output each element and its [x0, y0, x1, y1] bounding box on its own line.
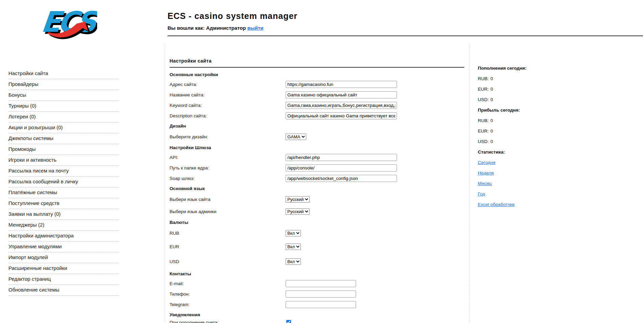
stats-link-year[interactable]: Год — [478, 191, 485, 197]
profit-usd-label: USD: — [478, 139, 489, 144]
notify-on-deposit-checkbox[interactable] — [286, 320, 291, 323]
admin-language-select[interactable]: Русский — [286, 208, 310, 215]
deposit-usd-label: USD: — [478, 97, 489, 102]
sidebar-item[interactable]: Турниры (0) — [8, 101, 119, 112]
site-keywords[interactable] — [286, 102, 397, 109]
deposit-usd: USD: 0 — [478, 94, 573, 105]
ecs-logo[interactable]: ECS ECS — [38, 4, 97, 43]
field-label: Название сайта: — [170, 92, 204, 97]
stats-link-excel[interactable]: Excel обработчик — [478, 202, 515, 207]
deposit-eur-label: EUR: — [478, 87, 489, 92]
form-row: При пополнение счета: — [170, 319, 464, 323]
admin-page: ECS ECS ECS - casino system manager Вы в… — [0, 0, 644, 323]
section-header: Настройки Шлюза — [170, 143, 464, 152]
sidebar-item[interactable]: Расширенные настройки — [8, 263, 119, 274]
logout-link[interactable]: выйти — [247, 25, 264, 31]
field-label: API: — [170, 155, 178, 160]
sidebar-item[interactable]: Провайдеры — [8, 79, 119, 90]
sidebar-item[interactable]: Настройки администратора — [8, 231, 119, 241]
form-row: EURВкл — [170, 239, 464, 254]
field-label: USD — [170, 259, 179, 264]
form-row: Название сайта: — [170, 90, 464, 100]
phone-field[interactable] — [286, 291, 356, 298]
site-language-select[interactable]: Русский — [286, 196, 310, 203]
form-row: API: — [170, 152, 464, 163]
form-row: Description сайта: — [170, 111, 464, 121]
sidebar-item[interactable]: Импорт модулей — [8, 252, 119, 263]
header-divider — [168, 36, 643, 36]
soap-gateway[interactable] — [286, 175, 397, 182]
sidebar-item[interactable]: Рассылка писем на почту — [8, 166, 119, 177]
field-label: Телефон: — [170, 292, 190, 297]
deposit-eur: EUR: 0 — [478, 84, 573, 94]
sidebar-menu: Настройки сайтаПровайдерыБонусыТурниры (… — [8, 68, 119, 296]
site-name[interactable] — [286, 91, 397, 98]
field-label: Выбери язык сайта — [170, 197, 210, 202]
sidebar-item[interactable]: Бонусы — [8, 90, 119, 101]
sidebar-item[interactable]: Управление модулями — [8, 241, 119, 252]
sidebar-item[interactable]: Рассылка сообщений в личку — [8, 177, 119, 187]
section-header: Основной язык — [170, 184, 464, 193]
section-header: Дизайн — [170, 121, 464, 131]
email-field[interactable] — [286, 280, 356, 287]
form-row: RUBВкл — [170, 227, 464, 239]
currency-eur-select[interactable]: Вкл — [286, 244, 301, 250]
profit-eur-label: EUR: — [478, 129, 489, 134]
login-status-text: Вы вошли как: Администратор — [168, 25, 246, 31]
section-header: Основные настройки — [170, 70, 464, 79]
design-select[interactable]: GAMA — [286, 134, 306, 140]
form-row: Путь к папке ядра: — [170, 163, 464, 173]
form-row: USDВкл — [170, 254, 464, 269]
statistics-header: Статистика: — [478, 147, 573, 157]
currency-rub-select[interactable]: Вкл — [286, 230, 301, 236]
ecs-logo-image: ECS ECS — [38, 4, 97, 43]
page-title: Настройки сайта — [170, 58, 464, 64]
stats-link-today[interactable]: Сегодня — [478, 160, 495, 165]
sidebar-item[interactable]: Платёжные системы — [8, 187, 119, 198]
form-row: Выберите дизайн:GAMA — [170, 131, 464, 143]
stats-link-month[interactable]: Месяц — [478, 181, 492, 186]
sidebar-item[interactable]: Игроки и активность — [8, 155, 119, 166]
profit-eur: EUR: 0 — [478, 126, 573, 136]
field-label: Description сайта: — [170, 113, 207, 118]
form-row: Telegram: — [170, 299, 464, 310]
sidebar-item[interactable]: Обновление системы — [8, 285, 119, 296]
form-row: E-mail: — [170, 278, 464, 289]
form-row: Выбери язык админкиРусский — [170, 205, 464, 217]
field-label: RUB — [170, 231, 179, 236]
sidebar-item[interactable]: Настройки сайта — [8, 68, 119, 79]
sidebar-item[interactable]: Менеджеры (2) — [8, 220, 119, 231]
form-row: Soap шлюз: — [170, 173, 464, 184]
settings-form: Основные настройкиАдрес сайта:Название с… — [170, 70, 464, 323]
stats-panel: Пополнения сегодня: RUB: 0 EUR: 0 USD: 0… — [478, 63, 573, 210]
profit-eur-value: 0 — [490, 129, 493, 134]
sidebar-item[interactable]: Заявки на выплату (0) — [8, 209, 119, 220]
deposit-usd-value: 0 — [490, 97, 493, 102]
form-row: Адрес сайта: — [170, 79, 464, 90]
field-label: Путь к папке ядра: — [170, 165, 209, 170]
sidebar-item[interactable]: Акции и розыгрыши (0) — [8, 122, 119, 133]
section-header: Уведомления — [170, 310, 464, 319]
api-path[interactable] — [286, 154, 397, 161]
site-address[interactable] — [286, 81, 397, 88]
sidebar-item[interactable]: Промокоды — [8, 144, 119, 155]
field-label: Soap шлюз: — [170, 176, 195, 181]
core-folder-path[interactable] — [286, 164, 397, 171]
sidebar-item[interactable]: Редактор страниц — [8, 274, 119, 285]
currency-usd-select[interactable]: Вкл — [286, 258, 301, 265]
sidebar-item[interactable]: Лотереи (0) — [8, 112, 119, 122]
profit-rub-value: 0 — [490, 118, 493, 123]
profit-usd-value: 0 — [490, 139, 493, 144]
site-description[interactable] — [286, 112, 397, 119]
field-label: E-mail: — [170, 281, 184, 286]
site-settings-panel: Настройки сайта Основные настройкиАдрес … — [165, 43, 469, 323]
stats-link-week[interactable]: Неделя — [478, 170, 494, 176]
field-label: При пополнение счета: — [170, 320, 219, 323]
telegram-field[interactable] — [286, 301, 356, 308]
profit-usd: USD: 0 — [478, 136, 573, 147]
field-label: Выбери язык админки — [170, 209, 217, 214]
section-header: Контакты — [170, 269, 464, 278]
sidebar-item[interactable]: Поступление средств — [8, 198, 119, 209]
deposit-eur-value: 0 — [490, 87, 493, 92]
sidebar-item[interactable]: Джекпоты системы — [8, 133, 119, 144]
